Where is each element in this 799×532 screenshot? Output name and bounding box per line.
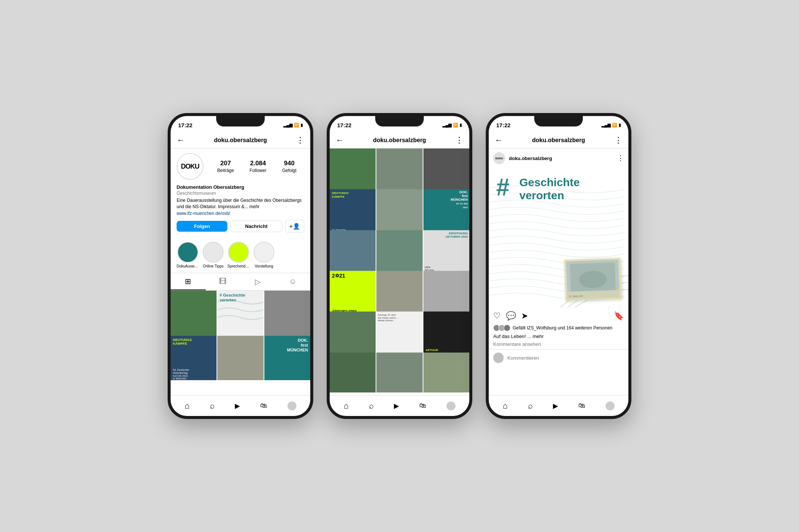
- p2-g7[interactable]: [330, 230, 376, 276]
- tab-grid[interactable]: ⊞: [171, 273, 206, 290]
- p2-g1[interactable]: [330, 148, 376, 194]
- tab-reels-preview[interactable]: 🎞: [206, 273, 241, 290]
- more-button-2[interactable]: ⋮: [455, 135, 463, 145]
- tab-tagged[interactable]: ☺: [276, 273, 311, 290]
- p2-g14[interactable]: Sonntag, 23. AprilDer Führer möcht...Man…: [376, 312, 422, 357]
- share-icon[interactable]: ➤: [521, 311, 528, 321]
- p2-g10[interactable]: 2✡21 JÜDISCHES LEBENIN DEUTSCHLAND: [330, 271, 376, 317]
- p2-g17[interactable]: [376, 353, 422, 392]
- home-icon-3[interactable]: ⌂: [503, 401, 507, 411]
- battery-icon: ▮: [301, 123, 303, 128]
- p2-g8[interactable]: [376, 230, 422, 276]
- like-icon[interactable]: ♡: [493, 311, 501, 321]
- grid-item-3[interactable]: [264, 291, 310, 337]
- posts-grid-1: # Geschichteverorten DEUTUNGSKÄMPFE 53. …: [171, 291, 310, 380]
- post-image: # Geschichteverorten k. Haus we: [489, 168, 628, 307]
- stat-posts-label: Beiträge: [217, 168, 234, 173]
- shop-icon-2[interactable]: 🛍: [419, 402, 426, 410]
- grid-item-5[interactable]: [217, 336, 263, 380]
- home-icon-2[interactable]: ⌂: [343, 401, 348, 411]
- home-icon[interactable]: ⌂: [184, 401, 189, 411]
- comment-icon[interactable]: 💬: [506, 311, 516, 321]
- stat-following[interactable]: 940 Gefolgt: [282, 160, 296, 173]
- profile-icon-3[interactable]: [606, 401, 615, 410]
- more-button-3[interactable]: ⋮: [614, 135, 622, 145]
- wifi-icon-2: 🛜: [453, 123, 458, 128]
- stat-followers[interactable]: 2.084 Follower: [249, 160, 266, 173]
- status-icons-1: ▂▄▆ 🛜 ▮: [283, 123, 303, 128]
- reels-icon[interactable]: ▶: [235, 402, 240, 410]
- add-contact-button[interactable]: +👤: [285, 220, 304, 233]
- wifi-icon: 🛜: [294, 123, 299, 128]
- search-icon-2[interactable]: ⌕: [369, 401, 374, 411]
- p2-g2[interactable]: [376, 148, 422, 194]
- profile-icon-2[interactable]: [447, 401, 456, 410]
- back-button-1[interactable]: ←: [177, 135, 185, 145]
- profile-header: DOKU 207 Beiträge 2.084 Follower 940 Gef: [177, 153, 304, 180]
- post-username[interactable]: doku.obersalzberg: [509, 156, 613, 161]
- battery-icon-2: ▮: [460, 123, 462, 128]
- profile-name: Dokumentation Obersalzberg: [177, 184, 304, 190]
- story-circle-3: [228, 242, 249, 263]
- p2-g18[interactable]: [423, 353, 469, 392]
- shop-icon[interactable]: 🛍: [260, 402, 267, 410]
- nav-bar-2: ← doku.obersalzberg ⋮: [330, 132, 469, 148]
- p2-g16[interactable]: [330, 353, 376, 392]
- back-button-3[interactable]: ←: [495, 135, 503, 145]
- p2-g5[interactable]: [376, 189, 422, 235]
- bookmark-icon[interactable]: 🔖: [614, 311, 624, 321]
- p2-g13[interactable]: [330, 312, 376, 357]
- grid-item-6[interactable]: DOK.festMÜNCHEN: [264, 336, 310, 380]
- p2-g6[interactable]: DOK.festMÜNCHEN04.-15. MAI2022: [423, 189, 469, 235]
- story-item-2[interactable]: Online Tipps: [203, 242, 224, 268]
- post-actions: ♡ 💬 ➤ 🔖: [489, 307, 628, 325]
- status-icons-3: ▂▄▆ 🛜 ▮: [601, 123, 621, 128]
- search-icon-3[interactable]: ⌕: [528, 401, 533, 411]
- story-item-3[interactable]: SprechendeW...: [227, 242, 250, 268]
- stories-row: DokuAuswärts Online Tipps SprechendeW...…: [171, 237, 310, 273]
- tab-video[interactable]: ▷: [240, 273, 276, 290]
- p2-g15[interactable]: ARTHUREICHENGRÜN: [423, 312, 469, 357]
- shop-icon-3[interactable]: 🛍: [578, 402, 585, 410]
- notch-2: [375, 116, 424, 126]
- message-button[interactable]: Nachricht: [230, 220, 282, 232]
- bottom-nav-1: ⌂ ⌕ ▶ 🛍: [171, 395, 310, 416]
- commenter-avatar: [493, 353, 504, 363]
- signal-icon: ▂▄▆: [283, 123, 292, 128]
- stat-following-number: 940: [284, 160, 295, 167]
- nav-bar-1: ← doku.obersalzberg ⋮: [171, 132, 310, 148]
- phones-container: 17:22 ▂▄▆ 🛜 ▮ ← doku.obersalzberg ⋮ DOKU: [168, 113, 631, 419]
- profile-bio: Eine Dauerausstellung über die Geschicht…: [177, 197, 304, 210]
- grid-item-4[interactable]: DEUTUNGSKÄMPFE 53. DeutscherHistorikerta…: [171, 336, 217, 380]
- comment-input-row: Kommentieren: [489, 349, 628, 366]
- phone-1: 17:22 ▂▄▆ 🛜 ▮ ← doku.obersalzberg ⋮ DOKU: [168, 113, 313, 419]
- follow-button[interactable]: Folgen: [177, 221, 227, 232]
- svg-text:k. Haus we: k. Haus we: [569, 294, 583, 298]
- grid-item-2[interactable]: # Geschichteverorten: [217, 291, 263, 337]
- profile-icon[interactable]: [287, 401, 296, 410]
- stat-posts-number: 207: [220, 160, 231, 167]
- story-item-4[interactable]: Vorstellung: [254, 242, 274, 268]
- p2-g11[interactable]: [376, 271, 422, 317]
- profile-link[interactable]: www.ifz-muenchen.de/osb/: [177, 211, 304, 216]
- signal-icon-2: ▂▄▆: [442, 123, 451, 128]
- p2-g4[interactable]: DEUTUNGSKÄMPFE 53. DeutscherHistorikerta…: [330, 189, 376, 235]
- comment-placeholder[interactable]: Kommentieren: [507, 355, 539, 361]
- grid-item-1[interactable]: [171, 291, 217, 337]
- search-icon[interactable]: ⌕: [210, 401, 215, 411]
- story-item-1[interactable]: DokuAuswärts: [177, 242, 199, 268]
- username-3: doku.obersalzberg: [532, 137, 585, 144]
- p2-g9[interactable]: ERÖFFNUNGOKTOBER 2022 DERNEUENDAUERAUSST…: [423, 230, 469, 276]
- username-1: doku.obersalzberg: [214, 137, 267, 144]
- reels-icon-2[interactable]: ▶: [394, 402, 399, 410]
- p2-g3[interactable]: [423, 148, 469, 194]
- post-more-icon[interactable]: ⋮: [617, 154, 624, 162]
- comments-link[interactable]: Kommentare ansehen: [489, 341, 628, 349]
- stat-posts[interactable]: 207 Beiträge: [217, 160, 234, 173]
- back-button-2[interactable]: ←: [336, 135, 344, 145]
- reels-icon-3[interactable]: ▶: [553, 402, 558, 410]
- stat-followers-number: 2.084: [250, 160, 266, 167]
- more-button-1[interactable]: ⋮: [296, 135, 304, 145]
- p2-g12[interactable]: [423, 271, 469, 317]
- story-label-4: Vorstellung: [255, 264, 273, 268]
